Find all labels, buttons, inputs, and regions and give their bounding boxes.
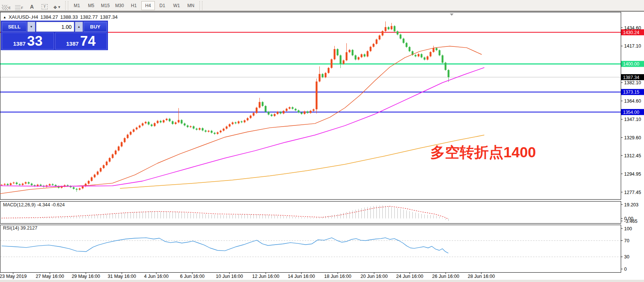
text-box-letter: T — [42, 4, 48, 9]
buy-price-pips: 74 — [80, 35, 96, 48]
sell-price-pips: 33 — [27, 35, 42, 48]
buy-price-main: 1387 — [66, 40, 78, 48]
tab-timeframe-m30[interactable]: M30 — [113, 1, 126, 10]
arrows-icon[interactable]: ❖ ▼ — [52, 1, 63, 10]
tab-timeframe-h4[interactable]: H4 — [141, 1, 155, 10]
macd-indicator-label: MACD(12,26,9) -4.344 -0.624 — [3, 202, 65, 207]
svg-text:29 May 16:00: 29 May 16:00 — [72, 274, 100, 279]
fibonacci-glyph — [15, 5, 21, 10]
svg-text:1387.34: 1387.34 — [623, 75, 640, 80]
svg-text:1373.15: 1373.15 — [623, 90, 640, 95]
sell-button[interactable]: SELL — [2, 22, 27, 32]
ohlc-open: 1384.27 — [40, 14, 58, 20]
svg-text:23 May 2019: 23 May 2019 — [0, 274, 27, 279]
svg-text:27 May 16:00: 27 May 16:00 — [36, 274, 64, 279]
svg-text:1434.60: 1434.60 — [624, 25, 641, 31]
svg-text:1400.00: 1400.00 — [623, 61, 640, 67]
text-label-letter: A — [30, 3, 34, 10]
text-label-icon[interactable]: A — [26, 1, 37, 10]
svg-text:1417.10: 1417.10 — [624, 43, 641, 49]
symbol-name: XAUUSD-,H4 — [9, 14, 38, 20]
tab-timeframe-m1[interactable]: M1 — [70, 1, 84, 10]
svg-text:24 Jun 16:00: 24 Jun 16:00 — [396, 274, 423, 279]
svg-text:31 May 16:00: 31 May 16:00 — [108, 274, 136, 279]
volume-input[interactable] — [36, 22, 74, 32]
time-axis[interactable]: 23 May 201927 May 16:0029 May 16:0031 Ma… — [0, 272, 495, 279]
pane-frames — [0, 12, 644, 282]
svg-text:1277.45: 1277.45 — [624, 190, 641, 195]
tab-timeframe-m15[interactable]: M15 — [99, 1, 112, 10]
crayon-draw-icon[interactable]: E — [1, 1, 12, 10]
tab-timeframe-w1[interactable]: W1 — [170, 1, 183, 10]
tab-timeframe-h1[interactable]: H1 — [127, 1, 141, 10]
ohlc-low: 1382.77 — [80, 14, 98, 20]
ohlc-high: 1388.33 — [60, 14, 78, 20]
crayon-draw-glyph — [2, 5, 8, 10]
fibonacci-letter: F — [21, 6, 23, 10]
mt4-chart-window: 1430.241400.001387.341373.151354.001434.… — [0, 0, 644, 282]
tab-timeframe-d1[interactable]: D1 — [156, 1, 169, 10]
svg-text:14 Jun 16:00: 14 Jun 16:00 — [288, 274, 315, 279]
svg-text:-3.465: -3.465 — [624, 219, 637, 224]
sell-price-main: 1387 — [13, 40, 25, 48]
buy-button[interactable]: BUY — [84, 22, 107, 32]
symbol-header: ▲ XAUUSD-,H4 1384.27 1388.33 1382.77 138… — [3, 14, 118, 20]
chevron-down-icon: ▼ — [57, 5, 61, 9]
text-box-icon[interactable]: T — [39, 1, 50, 10]
svg-text:4 Jun 16:00: 4 Jun 16:00 — [144, 274, 168, 279]
svg-text:28 Jun 16:00: 28 Jun 16:00 — [468, 274, 495, 279]
ohlc-close: 1387.34 — [100, 14, 118, 20]
svg-text:18 Jun 16:00: 18 Jun 16:00 — [324, 274, 351, 279]
svg-text:20 Jun 16:00: 20 Jun 16:00 — [361, 274, 388, 279]
collapse-arrow-icon[interactable]: ▲ — [3, 15, 6, 19]
tab-timeframe-mn[interactable]: MN — [184, 1, 198, 10]
svg-text:70: 70 — [624, 238, 629, 243]
chart-annotation-text[interactable]: 多空转折点1400 — [430, 142, 536, 163]
svg-text:1354.00: 1354.00 — [623, 110, 640, 115]
svg-text:100: 100 — [624, 226, 632, 231]
one-click-trading-panel: SELL ▼ ▲ BUY 1387 33 1387 74 — [1, 21, 108, 50]
toolbar: E F A T ❖ ▼ M1M5M15M30H1H4D1W1MN — [0, 0, 644, 12]
svg-text:12 Jun 16:00: 12 Jun 16:00 — [252, 274, 279, 279]
svg-text:1430.24: 1430.24 — [623, 30, 640, 35]
svg-text:6 Jun 16:00: 6 Jun 16:00 — [180, 274, 204, 279]
svg-text:26 Jun 16:00: 26 Jun 16:00 — [432, 274, 459, 279]
crayon-draw-letter: E — [8, 6, 10, 10]
toolbar-separator — [65, 1, 68, 10]
svg-text:1312.45: 1312.45 — [624, 153, 641, 158]
fibonacci-icon[interactable]: F — [13, 1, 25, 10]
svg-text:0: 0 — [624, 267, 627, 272]
svg-text:1364.60: 1364.60 — [624, 98, 641, 104]
volume-down-button[interactable]: ▼ — [27, 22, 35, 32]
toolbar-separator-2 — [199, 1, 202, 10]
svg-text:1382.10: 1382.10 — [624, 80, 641, 85]
buy-price-box[interactable]: 1387 74 — [55, 33, 107, 49]
tab-timeframe-m5[interactable]: M5 — [84, 1, 98, 10]
timeframe-buttons: M1M5M15M30H1H4D1W1MN — [70, 1, 198, 10]
volume-up-button[interactable]: ▲ — [75, 22, 83, 32]
rsi-indicator-label: RSI(14) 39.2127 — [3, 225, 37, 231]
svg-text:1294.95: 1294.95 — [624, 172, 641, 177]
svg-text:30: 30 — [624, 254, 629, 260]
arrows-glyph: ❖ — [53, 5, 57, 10]
svg-text:1329.60: 1329.60 — [624, 135, 641, 140]
sell-price-box[interactable]: 1387 33 — [2, 33, 54, 49]
svg-text:1347.10: 1347.10 — [624, 117, 641, 122]
svg-text:10 Jun 16:00: 10 Jun 16:00 — [216, 274, 243, 279]
svg-text:19.203: 19.203 — [624, 202, 638, 207]
